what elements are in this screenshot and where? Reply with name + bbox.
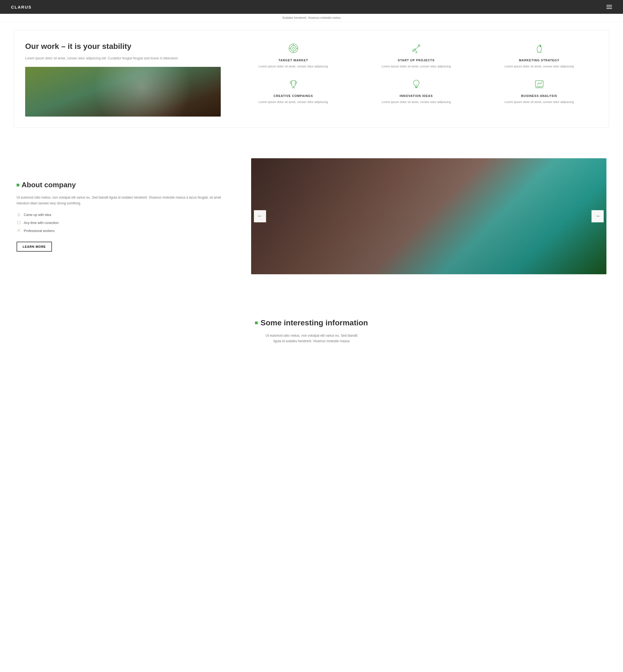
feature-innovation-desc: Lorem ipsum dolor sit amet, consec tetur… <box>357 100 475 104</box>
info-description: Ut euismod odio metus, non volutpat elit… <box>265 333 359 344</box>
carousel-prev-button[interactable]: ← <box>254 210 266 222</box>
square-feat-icon <box>17 221 21 225</box>
feature-startup-title: START UP PROJECTS <box>357 59 475 62</box>
svg-point-14 <box>540 45 541 47</box>
menu-line-1 <box>606 5 612 5</box>
about-image <box>251 158 607 274</box>
about-feature-connection: Any time with conection <box>17 221 235 225</box>
carousel-prev-icon: ← <box>258 213 263 219</box>
about-feature-idea-label: Came up with idea <box>24 213 51 217</box>
about-description: Ut euismod odio metus, non volutpat elit… <box>17 195 235 206</box>
target-icon <box>287 41 300 55</box>
menu-line-3 <box>606 8 612 9</box>
about-left-panel: About company Ut euismod odio metus, non… <box>17 181 235 252</box>
feature-innovation-title: INNOVATION IDEAS <box>357 94 475 97</box>
carousel-next-button[interactable]: → <box>592 210 604 222</box>
svg-rect-25 <box>18 221 20 224</box>
about-feature-idea: Came up with idea <box>17 213 235 217</box>
about-title-container: About company <box>17 181 235 189</box>
feature-business-desc: Lorem ipsum dolor sit amet, consec tetur… <box>480 100 598 104</box>
chart-icon <box>532 77 546 91</box>
work-features-grid: TARGET MARKET Lorem ipsum dolor sit amet… <box>235 41 598 104</box>
about-feature-connection-label: Any time with conection <box>24 221 59 225</box>
feature-marketing-title: MARKETING STRATEGY <box>480 59 598 62</box>
work-title: Our work – it is your stability <box>25 41 221 51</box>
work-card-wrapper: Our work – it is your stability Lorem ip… <box>14 30 609 128</box>
about-title-dot <box>17 184 19 186</box>
feature-target-market: TARGET MARKET Lorem ipsum dolor sit amet… <box>235 41 352 69</box>
navbar: CLARUS <box>0 0 623 14</box>
about-feature-workers-label: Professional workers <box>24 229 54 233</box>
feature-business: BUSINESS ANALYSIS Lorem ipsum dolor sit … <box>480 77 598 104</box>
work-image <box>25 67 221 117</box>
navbar-brand: CLARUS <box>11 5 32 9</box>
feature-innovation: INNOVATION IDEAS Lorem ipsum dolor sit a… <box>357 77 475 104</box>
feature-target-title: TARGET MARKET <box>235 59 352 62</box>
feature-creative: CREATIVE COMPAINGS Lorem ipsum dolor sit… <box>235 77 352 104</box>
feature-creative-title: CREATIVE COMPAINGS <box>235 94 352 97</box>
about-title: About company <box>22 181 76 189</box>
hamburger-menu-button[interactable] <box>606 5 612 9</box>
chess-knight-icon <box>532 41 546 55</box>
svg-line-7 <box>414 46 419 51</box>
carousel-next-icon: → <box>595 213 600 219</box>
lightbulb-icon <box>410 77 423 91</box>
svg-point-26 <box>18 229 20 231</box>
feature-target-desc: Lorem ipsum dolor sit amet, consec tetur… <box>235 64 352 69</box>
svg-point-2 <box>292 47 295 50</box>
lightbulb-feat-icon <box>17 213 21 217</box>
telescope-icon <box>410 41 423 55</box>
work-left-panel: Our work – it is your stability Lorem ip… <box>25 41 221 117</box>
info-title-container: Some interesting information <box>17 318 606 327</box>
about-feature-list: Came up with idea Any time with conectio… <box>17 213 235 234</box>
info-title-dot <box>255 322 258 324</box>
feature-marketing-desc: Lorem ipsum dolor sit amet, consec tetur… <box>480 64 598 69</box>
feature-marketing: MARKETING STRATEGY Lorem ipsum dolor sit… <box>480 41 598 69</box>
info-title: Some interesting information <box>261 318 368 327</box>
learn-more-button[interactable]: LEARN MORE <box>17 242 52 252</box>
feature-creative-desc: Lorem ipsum dolor sit amet, consec tetur… <box>235 100 352 104</box>
ticker-text: Sodales hendrerit. Vivamus molestie metu… <box>283 16 340 19</box>
work-description: Lorem ipsum dolor sit amet, consec tetur… <box>25 56 221 61</box>
person-feat-icon <box>17 229 21 234</box>
about-image-inner <box>251 158 607 274</box>
svg-rect-20 <box>535 81 543 87</box>
menu-line-2 <box>606 7 612 7</box>
ticker-bar: Sodales hendrerit. Vivamus molestie metu… <box>0 14 623 22</box>
info-section: Some interesting information Ut euismod … <box>0 296 623 355</box>
about-right-panel: ← → <box>251 158 607 274</box>
trophy-icon <box>287 77 300 91</box>
feature-business-title: BUSINESS ANALYSIS <box>480 94 598 97</box>
feature-startup: START UP PROJECTS Lorem ipsum dolor sit … <box>357 41 475 69</box>
about-feature-workers: Professional workers <box>17 229 235 234</box>
about-section: About company Ut euismod odio metus, non… <box>0 136 623 296</box>
svg-point-1 <box>291 45 296 51</box>
feature-startup-desc: Lorem ipsum dolor sit amet, consec tetur… <box>357 64 475 69</box>
